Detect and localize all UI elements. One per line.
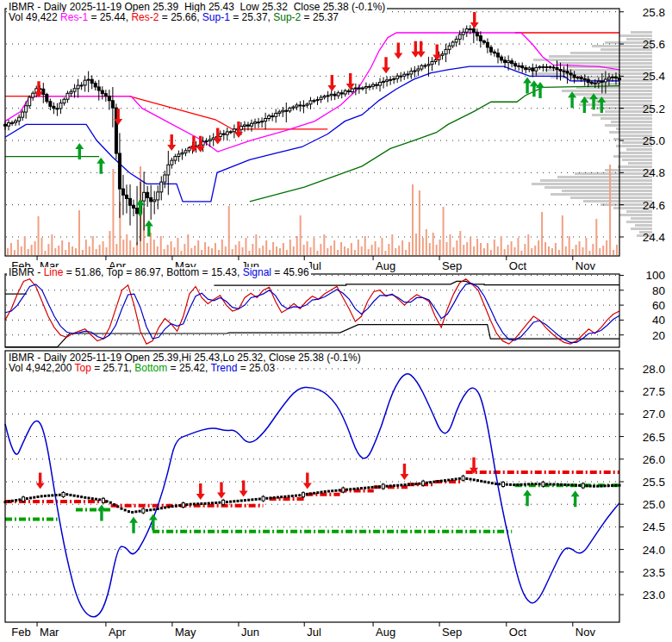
sell-arrow-icon bbox=[411, 41, 420, 58]
candle-down bbox=[501, 57, 503, 60]
volume-profile-bar bbox=[635, 224, 652, 227]
volume-bar bbox=[78, 210, 80, 255]
candle-up bbox=[15, 121, 17, 122]
candle-down bbox=[472, 29, 475, 33]
volume-bar bbox=[391, 234, 393, 255]
volume-bar bbox=[167, 245, 169, 255]
trail-dot bbox=[451, 478, 453, 481]
trail-dot bbox=[128, 510, 130, 513]
trail-dot bbox=[190, 503, 192, 506]
y-axis-label: 25.0 bbox=[643, 134, 665, 147]
volume-bar bbox=[34, 241, 36, 255]
volume-bar bbox=[432, 233, 434, 255]
trail-dot bbox=[47, 495, 50, 497]
trail-dot bbox=[59, 494, 61, 496]
volume-bar bbox=[265, 240, 267, 255]
candle-up bbox=[25, 106, 28, 112]
volume-bar bbox=[190, 248, 192, 255]
candle-up bbox=[383, 81, 385, 82]
volume-bar bbox=[443, 207, 445, 255]
month-label: Mar bbox=[40, 626, 59, 639]
trend-panel-header-line2: Vol 4,942,200 Top = 25.71, Bottom = 25.4… bbox=[7, 363, 277, 373]
header-part: Vol 4,942,200 bbox=[9, 362, 75, 374]
candle-down bbox=[340, 93, 343, 94]
volume-profile-bar bbox=[631, 217, 652, 220]
trail-dot bbox=[349, 488, 352, 490]
candle-up bbox=[264, 118, 267, 121]
volume-bar bbox=[582, 247, 584, 255]
trail-dot bbox=[295, 495, 297, 497]
volume-bar bbox=[351, 243, 352, 255]
volume-bar bbox=[279, 248, 281, 255]
trail-dot bbox=[567, 483, 569, 486]
y-axis-label: 60 bbox=[652, 299, 665, 312]
candle-down bbox=[400, 76, 402, 77]
volume-bar bbox=[388, 244, 389, 255]
y-axis-label: 24.8 bbox=[643, 166, 665, 179]
trail-dot bbox=[15, 499, 17, 502]
trail-dot bbox=[215, 502, 217, 504]
candle-up bbox=[313, 101, 315, 102]
candle-up bbox=[538, 66, 541, 67]
y-axis-label: 23.5 bbox=[643, 566, 665, 579]
volume-bar bbox=[426, 229, 427, 255]
volume-bar bbox=[204, 242, 206, 255]
candle-down bbox=[94, 84, 96, 87]
volume-bar bbox=[466, 242, 468, 255]
candle-up bbox=[292, 107, 295, 108]
buy-arrow-icon bbox=[571, 490, 580, 507]
trail-dot bbox=[367, 486, 370, 489]
trail-dot bbox=[244, 499, 246, 502]
candle-down bbox=[104, 94, 107, 97]
candle-up bbox=[344, 90, 346, 94]
trail-candle bbox=[62, 492, 65, 496]
candle-up bbox=[410, 72, 413, 74]
header-part: Signal bbox=[243, 266, 271, 278]
volume-bar bbox=[215, 243, 216, 255]
volume-profile-bar bbox=[619, 152, 652, 154]
candle-up bbox=[545, 66, 548, 67]
volume-profile-bar bbox=[557, 62, 652, 65]
candle-up bbox=[188, 148, 190, 151]
trail-dot bbox=[11, 500, 14, 502]
candle-down bbox=[469, 28, 471, 29]
candle-up bbox=[576, 78, 579, 78]
trail-dot bbox=[55, 494, 58, 496]
trail-dot bbox=[563, 483, 566, 486]
trail-dot bbox=[498, 483, 501, 485]
header-part: = 45.96 bbox=[271, 266, 309, 278]
volume-bar bbox=[255, 234, 257, 255]
candle-up bbox=[28, 97, 31, 106]
candle-up bbox=[208, 140, 211, 141]
trail-dot bbox=[65, 493, 68, 496]
month-label: Jul bbox=[307, 626, 321, 639]
trail-dot bbox=[549, 483, 551, 485]
volume-bar bbox=[177, 238, 178, 255]
header-part: = 25.37, bbox=[230, 11, 273, 23]
candle-down bbox=[559, 70, 562, 72]
chart-canvas[interactable]: 25.825.625.425.225.024.824.624.4FebMarAp… bbox=[0, 0, 672, 642]
candle-up bbox=[229, 132, 232, 133]
candle-up bbox=[354, 88, 357, 89]
volume-bar bbox=[544, 242, 546, 255]
trail-dot bbox=[400, 483, 402, 486]
trail-dot bbox=[534, 483, 537, 485]
y-axis-label: 100 bbox=[645, 269, 665, 282]
volume-profile-bar bbox=[549, 55, 652, 58]
volume-bar bbox=[375, 241, 376, 255]
candle-up bbox=[302, 105, 305, 106]
volume-bar bbox=[616, 245, 618, 255]
trail-dot bbox=[196, 502, 199, 505]
candle-up bbox=[226, 132, 228, 134]
candle-up bbox=[361, 88, 364, 89]
candle-up bbox=[371, 84, 374, 86]
trail-candle bbox=[142, 508, 145, 513]
volume-bar bbox=[501, 236, 502, 255]
month-label: Aug bbox=[376, 626, 395, 639]
volume-profile-bar bbox=[557, 176, 652, 178]
volume-bar bbox=[520, 251, 522, 255]
trail-dot bbox=[506, 483, 508, 486]
trail-dot bbox=[95, 498, 97, 501]
trail-dot bbox=[73, 495, 76, 497]
trail-dot bbox=[593, 485, 595, 488]
